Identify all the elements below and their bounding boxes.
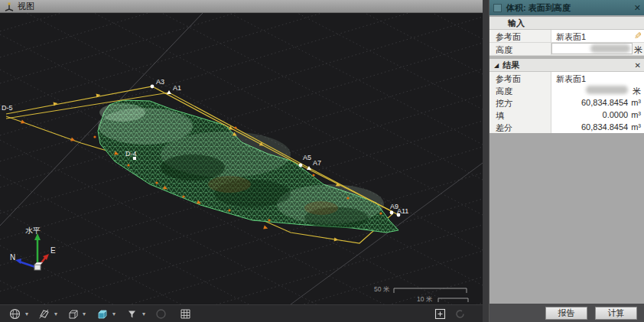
calculate-button[interactable]: 计算 [595,307,637,320]
render-mode-icon[interactable] [8,307,21,320]
redacted-value [590,44,630,53]
input-section-header[interactable]: 输入 [490,17,644,30]
svg-text:E: E [50,246,56,255]
collapse-triangle-icon[interactable]: ◢ [494,62,499,69]
results-section-title: 结果 [503,60,519,71]
svg-text:A7: A7 [313,159,321,167]
pane-splitter[interactable] [483,0,489,322]
clip-plane-caret-icon[interactable]: ▾ [54,311,57,317]
svg-text:A3: A3 [156,78,164,86]
edit-pencil-icon[interactable]: ✎ [634,31,642,41]
result-difference-label: 差分 [490,121,551,133]
panel-close-icon[interactable]: ✕ [634,3,641,13]
redacted-value [586,86,628,94]
panel-icon [493,4,502,12]
volume-panel: 体积: 表面到高度 ✕ 输入 参考面 新表面1 ✎ 高度 米 ◢ [489,0,644,322]
panel-header: 体积: 表面到高度 ✕ [490,0,644,15]
result-fill-label: 填 [490,109,551,121]
result-difference-row: 差分 60,834.8454m³ [490,121,644,134]
reference-surface-value[interactable]: 新表面1 ✎ [551,30,644,42]
svg-text:D-4: D-4 [125,150,137,158]
results-section-header[interactable]: ◢ 结果 ✕ [490,59,644,72]
add-pane-icon[interactable] [434,307,447,320]
result-elevation-row: 高度 米 [490,84,644,97]
clip-plane-icon[interactable] [37,307,50,320]
panel-filler [490,133,644,304]
svg-text:A1: A1 [173,84,181,92]
elevation-value-cell: 米 [551,43,644,55]
result-cut-value: 60,834.8454m³ [551,96,644,109]
filter-caret-icon[interactable]: ▾ [142,311,145,317]
elevation-input-row: 高度 米 [490,43,644,56]
view-titlebar[interactable]: 视图 [0,0,483,13]
result-refsurface-value: 新表面1 [551,72,644,84]
app-window: 视图 D-5A3A1D-4A5A7A9A11水平NE50 米10 米 ▾ ▾ ▾… [0,0,644,322]
view-tab-icon [4,2,14,11]
result-cut-label: 挖方 [490,96,551,109]
filter-icon[interactable] [125,307,138,320]
result-elevation-value: 米 [551,84,644,96]
view-tab-label: 视图 [18,1,34,12]
grid-view-icon[interactable] [179,307,192,320]
result-fill-row: 填 0.0000m³ [490,109,644,122]
wire-cube-caret-icon[interactable]: ▾ [83,311,86,317]
elevation-unit: 米 [634,44,642,56]
orbit-faint-icon[interactable] [154,307,168,320]
reference-surface-row: 参考面 新表面1 ✎ [490,30,644,43]
result-cut-row: 挖方 60,834.8454m³ [490,96,644,109]
report-button[interactable]: 报告 [545,307,587,320]
svg-text:N: N [10,253,15,262]
view-pane: 视图 D-5A3A1D-4A5A7A9A11水平NE50 米10 米 ▾ ▾ ▾… [0,0,483,322]
refresh-faint-icon[interactable] [454,307,467,320]
panel-title: 体积: 表面到高度 [506,2,634,14]
reference-surface-label: 参考面 [490,30,551,42]
wire-cube-icon[interactable] [67,307,80,320]
svg-text:10 米: 10 米 [417,295,433,303]
elevation-input[interactable] [551,43,633,54]
limit-box-icon[interactable] [96,307,109,320]
results-close-icon[interactable]: ✕ [635,61,641,70]
panel-button-bar: 报告 计算 [490,304,644,322]
limit-box-caret-icon[interactable]: ▾ [112,311,115,317]
svg-text:A5: A5 [303,154,311,161]
result-difference-value: 60,834.8454m³ [551,121,644,133]
svg-text:A11: A11 [397,207,408,215]
result-elevation-label: 高度 [490,84,551,96]
svg-text:50 米: 50 米 [374,285,390,293]
result-fill-value: 0.0000m³ [551,109,644,121]
input-section-title: 输入 [508,18,525,29]
result-refsurface-label: 参考面 [490,72,551,84]
elevation-label: 高度 [490,43,551,55]
result-refsurface-row: 参考面 新表面1 [490,72,644,85]
svg-text:水平: 水平 [25,226,41,235]
svg-text:D-5: D-5 [2,104,13,112]
view-toolbar: ▾ ▾ ▾ ▾ ▾ [0,304,483,322]
3d-viewport[interactable]: D-5A3A1D-4A5A7A9A11水平NE50 米10 米 [0,13,483,304]
render-mode-caret-icon[interactable]: ▾ [25,311,28,317]
